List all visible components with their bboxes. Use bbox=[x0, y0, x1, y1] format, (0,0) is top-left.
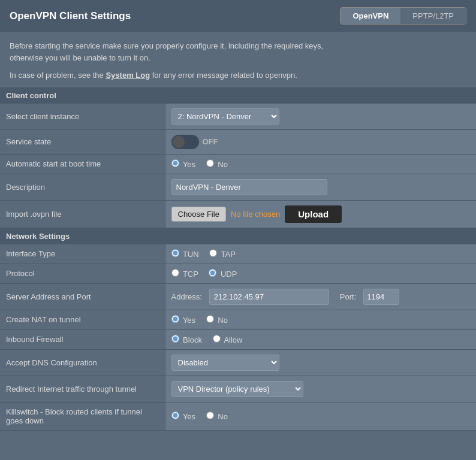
row-server-address: Server Address and Port Address: Port: bbox=[0, 283, 476, 310]
label-inbound-firewall: Inbound Firewall bbox=[0, 329, 165, 349]
system-log-link[interactable]: System Log bbox=[106, 71, 150, 80]
service-state-toggle[interactable] bbox=[171, 135, 199, 149]
killswitch-yes-label[interactable]: Yes bbox=[171, 412, 198, 421]
address-label: Address: bbox=[171, 292, 202, 301]
cell-service-state: OFF bbox=[165, 129, 476, 154]
network-settings-table: Interface Type TUN TAP Protocol TCP UDP bbox=[0, 244, 476, 431]
cell-protocol: TCP UDP bbox=[165, 264, 476, 283]
cell-import-ovpn: Choose File No file chosen Upload bbox=[165, 200, 476, 228]
cell-server-address: Address: Port: bbox=[165, 283, 476, 310]
label-accept-dns: Accept DNS Configuration bbox=[0, 349, 165, 376]
auto-start-no-radio[interactable] bbox=[206, 159, 214, 167]
toggle-off-label: OFF bbox=[203, 137, 218, 146]
nat-no-label[interactable]: No bbox=[206, 316, 228, 325]
row-select-client: Select client instance 2: NordVPN - Denv… bbox=[0, 104, 476, 130]
redirect-traffic-select[interactable]: VPN Director (policy rules) Yes No bbox=[171, 381, 303, 397]
cell-description bbox=[165, 174, 476, 200]
auto-start-yes-radio[interactable] bbox=[171, 159, 179, 167]
row-description: Description bbox=[0, 174, 476, 200]
client-control-header: Client control bbox=[0, 87, 476, 104]
tab-openvpn[interactable]: OpenVPN bbox=[341, 8, 400, 24]
killswitch-radio-group: Yes No bbox=[171, 411, 471, 421]
upload-button[interactable]: Upload bbox=[285, 205, 342, 223]
cell-select-client: 2: NordVPN - Denver bbox=[165, 104, 476, 130]
cell-accept-dns: Disabled Enabled bbox=[165, 349, 476, 376]
page-header: OpenVPN Client Settings OpenVPN PPTP/L2T… bbox=[0, 0, 476, 32]
intro-line1: Before starting the service make sure yo… bbox=[10, 41, 323, 50]
interface-tun-label[interactable]: TUN bbox=[171, 250, 201, 259]
toggle-knob bbox=[173, 136, 185, 148]
interface-type-radio-group: TUN TAP bbox=[171, 249, 471, 259]
label-protocol: Protocol bbox=[0, 264, 165, 283]
row-protocol: Protocol TCP UDP bbox=[0, 264, 476, 283]
protocol-udp-radio[interactable] bbox=[209, 269, 216, 277]
row-inbound-firewall: Inbound Firewall Block Allow bbox=[0, 329, 476, 349]
cell-nat-tunnel: Yes No bbox=[165, 310, 476, 329]
row-accept-dns: Accept DNS Configuration Disabled Enable… bbox=[0, 349, 476, 376]
row-nat-tunnel: Create NAT on tunnel Yes No bbox=[0, 310, 476, 329]
killswitch-yes-radio[interactable] bbox=[171, 411, 179, 419]
address-port-row: Address: Port: bbox=[171, 289, 471, 305]
inbound-firewall-radio-group: Block Allow bbox=[171, 335, 471, 344]
killswitch-no-radio[interactable] bbox=[206, 411, 214, 419]
client-instance-select[interactable]: 2: NordVPN - Denver bbox=[171, 108, 279, 125]
intro-line4: for any error message related to openvpn… bbox=[150, 71, 297, 80]
cell-interface-type: TUN TAP bbox=[165, 244, 476, 264]
port-input[interactable] bbox=[363, 289, 399, 305]
cell-killswitch: Yes No bbox=[165, 402, 476, 430]
page-title: OpenVPN Client Settings bbox=[10, 10, 131, 22]
killswitch-no-label[interactable]: No bbox=[206, 412, 228, 421]
label-interface-type: Interface Type bbox=[0, 244, 165, 264]
label-select-client: Select client instance bbox=[0, 104, 165, 130]
intro-section: Before starting the service make sure yo… bbox=[0, 32, 476, 87]
row-killswitch: Killswitch - Block routed clients if tun… bbox=[0, 402, 476, 430]
label-nat-tunnel: Create NAT on tunnel bbox=[0, 310, 165, 329]
client-control-table: Select client instance 2: NordVPN - Denv… bbox=[0, 104, 476, 228]
interface-tap-label[interactable]: TAP bbox=[209, 250, 236, 259]
label-server-address: Server Address and Port bbox=[0, 283, 165, 310]
label-redirect-traffic: Redirect Internet traffic through tunnel bbox=[0, 376, 165, 402]
description-input[interactable] bbox=[171, 179, 327, 195]
file-row: Choose File No file chosen Upload bbox=[171, 205, 471, 223]
auto-start-no-label[interactable]: No bbox=[206, 160, 228, 169]
interface-tap-radio[interactable] bbox=[209, 249, 217, 257]
nat-yes-radio[interactable] bbox=[171, 315, 179, 323]
protocol-udp-label[interactable]: UDP bbox=[209, 270, 237, 279]
firewall-block-radio[interactable] bbox=[171, 335, 179, 343]
toggle-container: OFF bbox=[171, 135, 471, 149]
label-service-state: Service state bbox=[0, 129, 165, 154]
row-service-state: Service state OFF bbox=[0, 129, 476, 154]
row-redirect-traffic: Redirect Internet traffic through tunnel… bbox=[0, 376, 476, 402]
row-interface-type: Interface Type TUN TAP bbox=[0, 244, 476, 264]
auto-start-yes-label[interactable]: Yes bbox=[171, 160, 198, 169]
firewall-allow-radio[interactable] bbox=[213, 335, 221, 343]
intro-line2: otherwise you will be unable to turn it … bbox=[10, 53, 150, 62]
protocol-radio-group: TCP UDP bbox=[171, 269, 471, 279]
protocol-tcp-label[interactable]: TCP bbox=[171, 270, 201, 279]
nat-tunnel-radio-group: Yes No bbox=[171, 315, 471, 325]
protocol-tcp-radio[interactable] bbox=[171, 269, 179, 277]
firewall-block-label[interactable]: Block bbox=[171, 335, 204, 344]
interface-tun-radio[interactable] bbox=[171, 249, 179, 257]
address-input[interactable] bbox=[209, 289, 329, 305]
choose-file-button[interactable]: Choose File bbox=[171, 207, 226, 222]
label-import-ovpn: Import .ovpn file bbox=[0, 200, 165, 228]
cell-redirect-traffic: VPN Director (policy rules) Yes No bbox=[165, 376, 476, 402]
tab-group: OpenVPN PPTP/L2TP bbox=[340, 7, 466, 25]
cell-inbound-firewall: Block Allow bbox=[165, 329, 476, 349]
label-killswitch: Killswitch - Block routed clients if tun… bbox=[0, 402, 165, 430]
dns-config-select[interactable]: Disabled Enabled bbox=[171, 355, 279, 371]
auto-start-radio-group: Yes No bbox=[171, 159, 471, 169]
intro-line3: In case of problem, see the bbox=[10, 71, 106, 80]
nat-yes-label[interactable]: Yes bbox=[171, 316, 198, 325]
row-auto-start: Automatic start at boot time Yes No bbox=[0, 154, 476, 174]
cell-auto-start: Yes No bbox=[165, 154, 476, 174]
port-label: Port: bbox=[340, 292, 356, 301]
tab-pptp-l2tp[interactable]: PPTP/L2TP bbox=[400, 8, 466, 24]
no-file-label: No file chosen bbox=[231, 210, 280, 219]
nat-no-radio[interactable] bbox=[206, 315, 214, 323]
label-auto-start: Automatic start at boot time bbox=[0, 154, 165, 174]
network-settings-header: Network Settings bbox=[0, 228, 476, 244]
firewall-allow-label[interactable]: Allow bbox=[213, 335, 243, 344]
label-description: Description bbox=[0, 174, 165, 200]
